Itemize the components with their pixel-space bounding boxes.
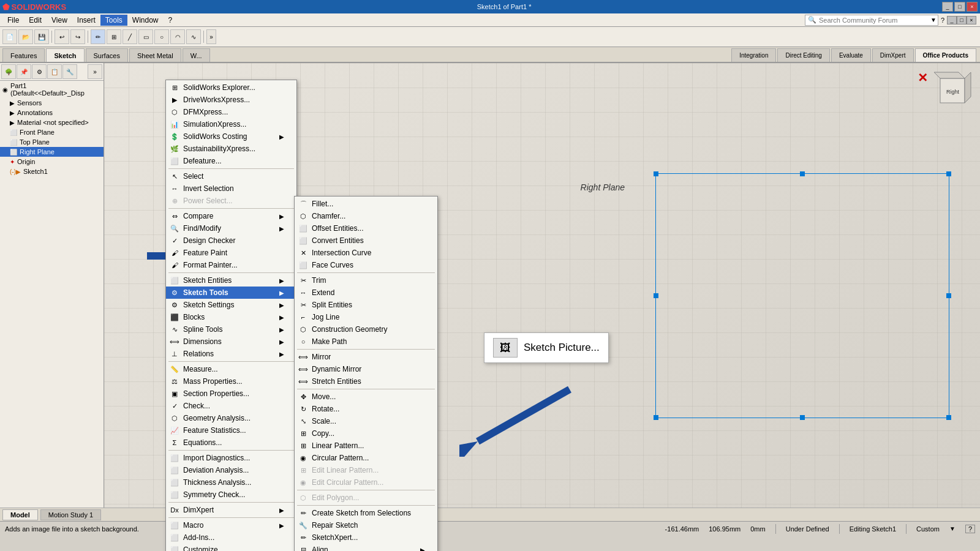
ctx-dimensions[interactable]: ⟺Dimensions▶	[166, 335, 296, 348]
ctx-chamfer[interactable]: ⬡Chamfer...	[295, 210, 437, 222]
ctx-solidworks-explorer[interactable]: ⊞SolidWorks Explorer...	[166, 81, 296, 94]
tree-item-material[interactable]: ▶ Material <not specified>	[0, 118, 104, 127]
tab-office-products[interactable]: Office Products	[915, 48, 976, 62]
sketch-btn[interactable]: ✏	[91, 29, 105, 44]
more-btn[interactable]: »	[206, 29, 216, 44]
status-dropdown[interactable]: ▼	[949, 525, 956, 532]
menu-window[interactable]: Window	[127, 15, 164, 26]
ctx-mass-properties[interactable]: ⚖Mass Properties...	[166, 375, 296, 388]
tree-item-annotations[interactable]: ▶ Annotations	[0, 108, 104, 118]
save-btn[interactable]: 💾	[34, 29, 49, 44]
ctx-find-modify[interactable]: 🔍Find/Modify▶	[166, 222, 296, 234]
ctx-customize[interactable]: ⬜Customize...	[166, 544, 296, 551]
menu-help[interactable]: ?	[164, 15, 178, 26]
search-input[interactable]	[819, 17, 929, 24]
ctx-check[interactable]: ✓Check...	[166, 400, 296, 412]
ctx-dynamic-mirror[interactable]: ⟺Dynamic Mirror	[295, 363, 437, 375]
ctx-dfmxpress[interactable]: ⬡DFMXpress...	[166, 106, 296, 118]
ctx-power-select[interactable]: ⊕Power Select...	[166, 195, 296, 207]
ctx-fillet[interactable]: ⌒Fillet...	[295, 198, 437, 210]
tree-icon2[interactable]: 📌	[17, 64, 31, 79]
min-btn2[interactable]: _	[947, 16, 957, 24]
ctx-linear-pattern[interactable]: ⊞Linear Pattern...	[295, 440, 437, 452]
rect-btn[interactable]: ▭	[138, 29, 153, 44]
ctx-rotate[interactable]: ↻Rotate...	[295, 403, 437, 415]
new-btn[interactable]: 📄	[2, 29, 17, 44]
ctx-split-entities[interactable]: ✂Split Entities	[295, 299, 437, 311]
tree-item-origin[interactable]: ✦ Origin	[0, 157, 104, 167]
ctx-sketchxpert[interactable]: ✏SketchXpert...	[295, 531, 437, 544]
ctx-deviation-analysis[interactable]: ⬜Deviation Analysis...	[166, 464, 296, 476]
tree-icon1[interactable]: 🌳	[1, 64, 16, 79]
menu-edit[interactable]: Edit	[24, 15, 47, 26]
ctx-select[interactable]: ↖Select	[166, 170, 296, 182]
ctx-stretch-entities[interactable]: ⟺Stretch Entities	[295, 375, 437, 388]
line-btn[interactable]: ╱	[123, 29, 137, 44]
redo-btn[interactable]: ↪	[70, 29, 85, 44]
search-dropdown-icon[interactable]: ▼	[929, 17, 938, 23]
ctx-blocks[interactable]: ⬛Blocks▶	[166, 311, 296, 323]
tree-icon3[interactable]: ⚙	[32, 64, 47, 79]
ctx-costing[interactable]: 💲SolidWorks Costing▶	[166, 130, 296, 143]
ctx-feature-statistics[interactable]: 📈Feature Statistics...	[166, 424, 296, 437]
ctx-convert-entities[interactable]: ⬜Convert Entities	[295, 234, 437, 247]
ctx-make-path[interactable]: ○Make Path	[295, 335, 437, 348]
ctx-sketch-tools[interactable]: ⚙Sketch Tools▶	[166, 287, 296, 299]
ctx-construction-geometry[interactable]: ⬡Construction Geometry	[295, 323, 437, 335]
ctx-edit-linear-pattern[interactable]: ⊞Edit Linear Pattern...	[295, 464, 437, 476]
help-btn[interactable]: ?	[941, 17, 944, 24]
spline-btn[interactable]: ∿	[186, 29, 201, 44]
ctx-defeature[interactable]: ⬜Defeature...	[166, 155, 296, 167]
btab-model[interactable]: Model	[2, 509, 38, 520]
tab-integration[interactable]: Integration	[731, 48, 776, 62]
menu-insert[interactable]: Insert	[72, 15, 100, 26]
ctx-edit-polygon[interactable]: ⬡Edit Polygon...	[295, 492, 437, 504]
ctx-mirror[interactable]: ⟺Mirror	[295, 351, 437, 363]
ctx-intersection-curve[interactable]: ✕Intersection Curve	[295, 247, 437, 259]
ctx-relations[interactable]: ⊥Relations▶	[166, 348, 296, 360]
ctx-drivewords[interactable]: ▶DriveWorksXpress...	[166, 94, 296, 106]
ctx-create-sketch[interactable]: ✏Create Sketch from Selections	[295, 507, 437, 519]
tree-icon4[interactable]: 📋	[47, 64, 62, 79]
tree-item-front-plane[interactable]: ⬜ Front Plane	[0, 127, 104, 137]
ctx-thickness-analysis[interactable]: ⬜Thickness Analysis...	[166, 476, 296, 489]
smart-dim-btn[interactable]: ⊞	[107, 29, 121, 44]
tab-surfaces[interactable]: Surfaces	[86, 48, 128, 62]
tree-item-top-plane[interactable]: ⬜ Top Plane	[0, 137, 104, 147]
menu-tools[interactable]: Tools	[100, 15, 127, 26]
minimize-btn[interactable]: _	[942, 2, 953, 12]
open-btn[interactable]: 📂	[18, 29, 33, 44]
ctx-add-ins[interactable]: ⬜Add-Ins...	[166, 531, 296, 544]
ctx-sustainability[interactable]: 🌿SustainabilityXpress...	[166, 143, 296, 155]
undo-btn[interactable]: ↩	[55, 29, 69, 44]
ctx-edit-circular-pattern[interactable]: ◉Edit Circular Pattern...	[295, 476, 437, 489]
tab-sheetmetal[interactable]: Sheet Metal	[129, 48, 181, 62]
ctx-sketch-entities[interactable]: ⬜Sketch Entities▶	[166, 274, 296, 287]
ctx-import-diagnostics[interactable]: ⬜Import Diagnostics...	[166, 452, 296, 464]
ctx-section-properties[interactable]: ▣Section Properties...	[166, 388, 296, 400]
ctx-macro[interactable]: ⬜Macro▶	[166, 519, 296, 531]
tab-direct-editing[interactable]: Direct Editing	[777, 48, 829, 62]
tree-item-sensors[interactable]: ▶ Sensors	[0, 98, 104, 108]
tree-item-sketch1[interactable]: (-)▶ Sketch1	[0, 167, 104, 176]
close-btn[interactable]: ×	[967, 2, 978, 12]
nav-cube[interactable]: Right	[931, 69, 974, 112]
tab-sketch[interactable]: Sketch	[46, 48, 84, 62]
ctx-face-curves[interactable]: ⬜Face Curves	[295, 259, 437, 271]
ctx-format-painter[interactable]: 🖌Format Painter...	[166, 259, 296, 271]
max-btn2[interactable]: □	[957, 16, 967, 24]
maximize-btn[interactable]: □	[954, 2, 965, 12]
menu-view[interactable]: View	[47, 15, 72, 26]
btab-motion-study[interactable]: Motion Study 1	[40, 509, 101, 520]
ctx-move[interactable]: ✥Move...	[295, 391, 437, 403]
tab-evaluate[interactable]: Evaluate	[831, 48, 871, 62]
ctx-equations[interactable]: ΣEquations...	[166, 437, 296, 449]
status-help[interactable]: ?	[965, 525, 975, 533]
close-btn2[interactable]: ×	[967, 16, 976, 24]
ctx-extend[interactable]: ↔Extend	[295, 287, 437, 299]
ctx-offset-entities[interactable]: ⬜Offset Entities...	[295, 222, 437, 234]
ctx-invert-selection[interactable]: ↔Invert Selection	[166, 182, 296, 195]
tree-item-part1[interactable]: ◉ Part1 (Default<<Default>_Disp	[0, 81, 104, 98]
ctx-symmetry-check[interactable]: ⬜Symmetry Check...	[166, 489, 296, 501]
tab-features[interactable]: Features	[2, 48, 45, 62]
